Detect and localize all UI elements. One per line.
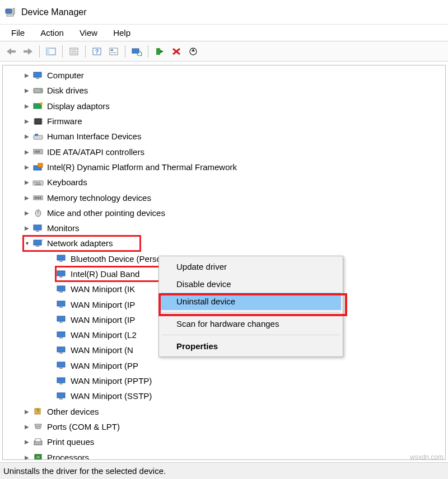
menu-file[interactable]: File (3, 26, 32, 39)
tree-item-wan-miniport[interactable]: WAN Miniport (PPTP) (3, 373, 445, 388)
svg-rect-56 (40, 197, 41, 199)
svg-rect-51 (35, 184, 41, 185)
tree-item-processors[interactable]: ▶ Processors (3, 449, 445, 460)
menu-action[interactable]: Action (32, 26, 72, 39)
expander-icon[interactable]: ▶ (23, 133, 31, 140)
svg-rect-90 (36, 456, 40, 458)
tree-item-other-devices[interactable]: ▶ ? Other devices (3, 404, 445, 419)
tree-item-computer[interactable]: ▶ Computer (3, 68, 445, 83)
svg-rect-4 (11, 50, 16, 53)
action-button[interactable] (106, 44, 122, 59)
svg-point-86 (39, 426, 40, 427)
svg-rect-63 (57, 255, 65, 260)
expander-icon[interactable]: ▶ (23, 72, 31, 79)
ctx-scan-hardware[interactable]: Scan for hardware changes (161, 315, 341, 332)
svg-rect-15 (110, 48, 118, 55)
chip-icon (32, 116, 44, 127)
svg-line-20 (141, 55, 142, 56)
svg-rect-65 (57, 271, 65, 276)
ctx-update-driver[interactable]: Update driver (161, 258, 341, 275)
tree-item-memory-tech[interactable]: ▶ Memory technology devices (3, 190, 445, 205)
tree-item-hid[interactable]: ▶ Human Interface Devices (3, 129, 445, 144)
svg-point-85 (36, 426, 38, 427)
svg-rect-2 (7, 15, 13, 16)
tree-item-ide[interactable]: ▶ IDE ATA/ATAPI controllers (3, 144, 445, 159)
svg-rect-31 (34, 104, 41, 109)
network-icon (55, 269, 68, 280)
keyboard-icon (32, 177, 44, 188)
expander-icon[interactable]: ▶ (23, 163, 31, 171)
svg-rect-76 (59, 353, 63, 354)
ctx-uninstall-device[interactable]: Uninstall device (161, 293, 341, 310)
menu-view[interactable]: View (72, 26, 105, 39)
svg-rect-6 (24, 50, 28, 53)
ctx-separator (162, 335, 340, 335)
help-button[interactable]: ? (89, 44, 105, 59)
hid-icon (32, 131, 44, 142)
status-text: Uninstalls the driver for the selected d… (3, 466, 166, 476)
expander-icon[interactable]: ▶ (23, 87, 31, 95)
network-icon (32, 238, 44, 249)
svg-rect-54 (36, 197, 38, 199)
tree-item-wan-miniport[interactable]: WAN Miniport (SSTP) (3, 388, 445, 403)
watermark: wsxdn.com (410, 453, 444, 461)
expander-icon[interactable]: ▶ (23, 407, 31, 415)
svg-marker-3 (7, 48, 11, 55)
expander-icon[interactable]: ▶ (23, 209, 31, 217)
tree-label: Display adaptors (47, 101, 110, 111)
tree-item-firmware[interactable]: ▶ Firmware (3, 114, 445, 129)
back-button[interactable] (3, 44, 19, 59)
svg-rect-88 (35, 439, 41, 442)
svg-rect-49 (38, 182, 39, 183)
tree-item-intel-platform[interactable]: ▶ Intel(R) Dynamic Platform and Thermal … (3, 159, 445, 175)
expander-icon[interactable]: ▶ (23, 179, 31, 186)
tree-item-mice[interactable]: ▶ Mice and other pointing devices (3, 205, 445, 220)
tree-label: WAN Miniport (L2 (71, 330, 137, 340)
menu-help[interactable]: Help (105, 26, 138, 39)
toolbar-separator (125, 45, 125, 58)
svg-rect-53 (35, 197, 36, 199)
update-driver-button[interactable] (185, 44, 201, 59)
svg-rect-28 (36, 78, 39, 79)
memory-icon (32, 192, 44, 203)
svg-rect-45 (38, 163, 43, 167)
enable-device-button[interactable] (152, 44, 167, 59)
expander-icon[interactable]: ▶ (23, 102, 31, 110)
svg-rect-66 (59, 276, 63, 278)
tree-item-disk-drives[interactable]: ▶ Disk drives (3, 83, 445, 98)
expander-icon[interactable]: ▶ (23, 148, 31, 156)
expander-icon[interactable]: ▾ (23, 240, 31, 247)
forward-button[interactable] (20, 44, 36, 59)
network-icon (55, 284, 68, 295)
tree-item-keyboards[interactable]: ▶ Keyboards (3, 175, 445, 190)
svg-marker-5 (28, 48, 32, 55)
tree-item-print-queues[interactable]: ▶ Print queues (3, 434, 445, 449)
svg-rect-59 (34, 225, 41, 230)
ctx-properties[interactable]: Properties (161, 337, 341, 355)
expander-icon[interactable]: ▶ (23, 438, 31, 446)
tree-label: Computer (47, 71, 84, 80)
scan-hardware-button[interactable] (129, 44, 144, 59)
tree-item-monitors[interactable]: ▶ Monitors (3, 220, 445, 236)
ctx-disable-device[interactable]: Disable device (161, 275, 341, 293)
mouse-icon (32, 207, 44, 218)
tree-label: WAN Miniport (IP (71, 315, 135, 325)
show-hide-button[interactable] (43, 44, 59, 59)
tree-label: Mice and other pointing devices (47, 208, 165, 218)
expander-icon[interactable]: ▶ (23, 118, 31, 125)
expander-icon[interactable]: ▶ (23, 224, 31, 232)
tree-item-wan-miniport[interactable]: WAN Miniport (PP (3, 358, 445, 373)
network-icon (55, 330, 68, 341)
tree-item-ports[interactable]: ▶ Ports (COM & LPT) (3, 419, 445, 434)
tree-item-display-adaptors[interactable]: ▶ Display adaptors (3, 98, 445, 114)
network-icon (55, 375, 68, 387)
expander-icon[interactable]: ▶ (23, 194, 31, 201)
expander-icon[interactable]: ▶ (23, 453, 31, 460)
properties-button[interactable] (66, 44, 82, 59)
svg-rect-81 (57, 393, 65, 398)
tree-item-network-adapters[interactable]: ▾ Network adapters (23, 236, 141, 251)
expander-icon[interactable]: ▶ (23, 422, 31, 430)
svg-rect-50 (39, 182, 40, 183)
uninstall-button[interactable] (169, 44, 184, 59)
ctx-separator (162, 312, 340, 313)
